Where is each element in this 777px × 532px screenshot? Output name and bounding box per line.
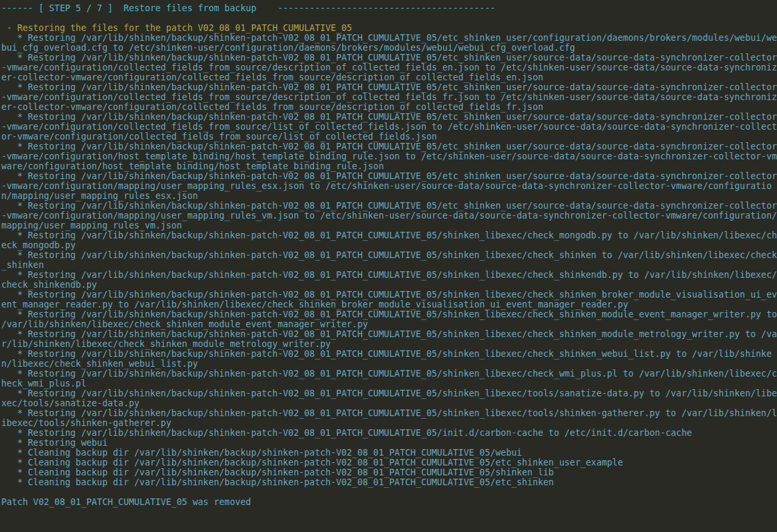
log-line: * Restoring /var/lib/shinken/backup/shin… [1, 349, 777, 369]
log-line: * Restoring /var/lib/shinken/backup/shin… [1, 408, 777, 428]
log-line: * Restoring /var/lib/shinken/backup/shin… [1, 290, 777, 309]
log-line: * Restoring /var/lib/shinken/backup/shin… [1, 142, 777, 171]
log-line: * Restoring /var/lib/shinken/backup/shin… [1, 112, 777, 142]
log-line: * Restoring /var/lib/shinken/backup/shin… [1, 33, 777, 53]
log-line: * Restoring /var/lib/shinken/backup/shin… [1, 230, 777, 250]
log-line: * Restoring /var/lib/shinken/backup/shin… [1, 270, 777, 290]
patch-removed-message: Patch V02_08_01_PATCH_CUMULATIVE_05 was … [1, 497, 777, 507]
log-line: * Restoring /var/lib/shinken/backup/shin… [1, 171, 777, 201]
log-line: * Cleaning backup dir /var/lib/shinken/b… [1, 448, 777, 458]
log-line: * Restoring /var/lib/shinken/backup/shin… [1, 388, 777, 408]
terminal-window[interactable]: ------ [ STEP 5 / 7 ] Restore files from… [0, 0, 777, 532]
log-line: * Restoring /var/lib/shinken/backup/shin… [1, 53, 777, 82]
step-header: ------ [ STEP 5 / 7 ] Restore files from… [1, 3, 777, 13]
log-line: * Restoring webui [1, 438, 777, 448]
log-line: * Restoring /var/lib/shinken/backup/shin… [1, 428, 777, 438]
log-line: * Restoring /var/lib/shinken/backup/shin… [1, 309, 777, 329]
log-line: * Restoring /var/lib/shinken/backup/shin… [1, 82, 777, 112]
log-line: * Restoring /var/lib/shinken/backup/shin… [1, 201, 777, 230]
log-line: * Cleaning backup dir /var/lib/shinken/b… [1, 458, 777, 467]
log-line: * Restoring /var/lib/shinken/backup/shin… [1, 250, 777, 270]
log-line: * Cleaning backup dir /var/lib/shinken/b… [1, 477, 777, 487]
log-line: * Restoring /var/lib/shinken/backup/shin… [1, 369, 777, 388]
blank-line [1, 13, 777, 23]
log-line: * Restoring /var/lib/shinken/backup/shin… [1, 329, 777, 349]
log-output: * Restoring /var/lib/shinken/backup/shin… [1, 33, 777, 487]
patch-title: - Restoring the files for the patch V02_… [1, 23, 777, 33]
blank-line [1, 487, 777, 497]
log-line: * Cleaning backup dir /var/lib/shinken/b… [1, 467, 777, 477]
